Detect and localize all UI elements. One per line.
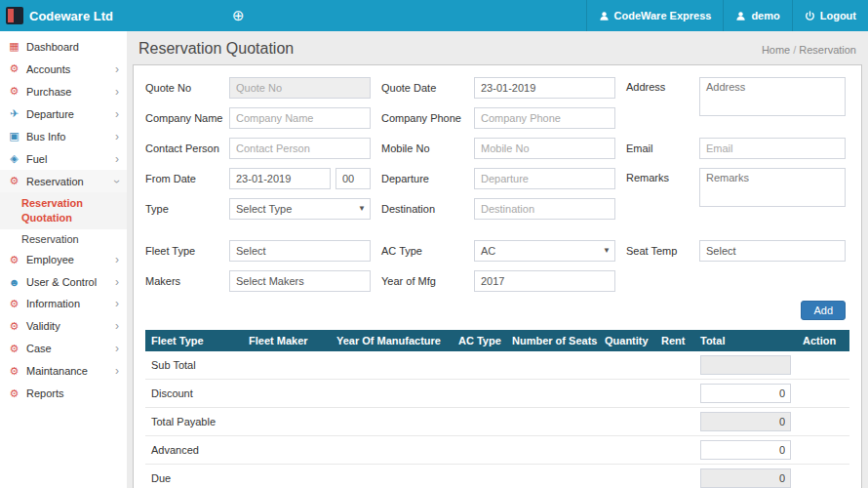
breadcrumb-separator: / (793, 44, 796, 56)
col-number-of-seats: Number of Seats (506, 330, 599, 351)
sidebar-item-employee[interactable]: ⚙ Employee › (0, 249, 127, 271)
ac-type-select[interactable]: AC ▼ (474, 240, 615, 262)
from-date-label: From Date (145, 173, 218, 184)
sub-total-label: Sub Total (145, 351, 694, 380)
nav-toggle-button[interactable]: ⊕ (220, 0, 256, 31)
year-of-mfg-label: Year of Mfg (381, 275, 463, 287)
col-quantity: Quantity (599, 330, 655, 351)
user-menu[interactable]: demo (723, 0, 791, 31)
sidebar-subitem-reservation-quotation[interactable]: Reservation Quotation (0, 192, 127, 229)
col-fleet-type: Fleet Type (145, 330, 243, 351)
table-row-sub-total: Sub Total (145, 351, 849, 380)
quote-no-label: Quote No (145, 82, 218, 94)
discount-input[interactable] (700, 384, 791, 403)
table-row-discount: Discount (145, 380, 849, 408)
col-total: Total (694, 330, 797, 351)
contact-person-input[interactable] (229, 138, 371, 159)
add-button[interactable]: Add (801, 301, 846, 320)
bus-icon: ▣ (8, 130, 20, 142)
chevron-right-icon: › (115, 64, 119, 74)
discount-label: Discount (145, 380, 694, 408)
user-icon (599, 11, 610, 21)
mobile-no-input[interactable] (474, 138, 615, 159)
address-textarea[interactable] (699, 77, 846, 116)
seat-temp-input[interactable] (699, 240, 846, 262)
year-of-mfg-input[interactable] (474, 270, 615, 292)
company-label: CodeWare Express (614, 10, 712, 21)
breadcrumb-home[interactable]: Home (762, 44, 790, 56)
sidebar-item-fuel[interactable]: ◈ Fuel › (0, 147, 127, 170)
gear-icon: ⚙ (8, 387, 20, 400)
departure-label: Departure (381, 173, 463, 184)
gear-icon: ⚙ (8, 365, 20, 378)
destination-input[interactable] (474, 198, 615, 220)
address-label: Address (626, 77, 689, 93)
brand[interactable]: Codeware Ltd (0, 0, 127, 31)
sidebar-item-case[interactable]: ⚙ Case › (0, 338, 127, 360)
sidebar-item-reservation[interactable]: ⚙ Reservation › (0, 170, 127, 192)
chevron-right-icon: › (115, 87, 119, 97)
circle-plus-icon: ⊕ (232, 7, 245, 24)
logout-label: Logout (820, 10, 856, 21)
departure-input[interactable] (474, 168, 615, 189)
sidebar-item-bus-info[interactable]: ▣ Bus Info › (0, 125, 127, 147)
company-menu[interactable]: CodeWare Express (586, 0, 724, 31)
gear-icon: ⚙ (8, 85, 20, 98)
makers-label: Makers (145, 275, 218, 287)
page-title: Reservation Quotation (138, 40, 294, 58)
chevron-right-icon: › (115, 321, 119, 331)
company-name-label: Company Name (145, 112, 218, 124)
sidebar-item-maintanance[interactable]: ⚙ Maintanance › (0, 360, 127, 383)
quote-no-input (229, 77, 371, 99)
sidebar-item-reports[interactable]: ⚙ Reports (0, 383, 127, 405)
chevron-right-icon: › (115, 109, 119, 119)
sidebar-item-dashboard[interactable]: ▦ Dashboard (0, 35, 127, 58)
sidebar-item-validity[interactable]: ⚙ Validity › (0, 315, 127, 338)
logout-button[interactable]: Logout (792, 0, 868, 31)
chevron-right-icon: › (115, 255, 119, 264)
col-rent: Rent (655, 330, 694, 351)
company-name-input[interactable] (229, 107, 371, 129)
caret-down-icon: ▼ (358, 199, 366, 219)
sidebar-item-purchase[interactable]: ⚙ Purchase › (0, 80, 127, 102)
due-input (700, 468, 791, 488)
chevron-right-icon: › (115, 277, 119, 287)
username-label: demo (751, 10, 779, 21)
quotation-form-panel: Quote No Quote Date Address Company Name… (133, 64, 862, 488)
table-row-advanced: Advanced (145, 436, 849, 465)
type-select[interactable]: Select Type ▼ (229, 198, 371, 220)
email-label: Email (626, 142, 689, 154)
fuel-icon: ◈ (8, 152, 20, 165)
sidebar-item-user-control[interactable]: ☻ User & Control › (0, 271, 127, 293)
quote-date-input[interactable] (474, 77, 615, 99)
type-label: Type (145, 203, 218, 215)
makers-input[interactable] (229, 270, 371, 292)
chevron-right-icon: › (115, 366, 119, 376)
from-hour-input[interactable] (335, 168, 371, 189)
sidebar-item-information[interactable]: ⚙ Information › (0, 293, 127, 315)
main-content: Reservation Quotation Home/Reservation Q… (127, 31, 868, 488)
fleet-type-input[interactable] (229, 240, 371, 262)
sub-total-input (700, 355, 791, 375)
total-payable-input (700, 412, 791, 431)
sidebar-item-departure[interactable]: ✈ Departure › (0, 102, 127, 125)
company-phone-label: Company Phone (381, 112, 463, 124)
from-date-input[interactable] (229, 168, 331, 189)
sidebar-subitem-reservation[interactable]: Reservation (0, 229, 127, 249)
sidebar: ▦ Dashboard ⚙ Accounts › ⚙ Purchase › ✈ … (0, 31, 127, 488)
email-input[interactable] (699, 138, 846, 159)
chevron-right-icon: › (115, 154, 119, 164)
table-row-total-payable: Total Payable (145, 408, 849, 436)
company-phone-input[interactable] (474, 107, 615, 129)
ac-type-label: AC Type (381, 245, 463, 257)
user-icon: ☻ (8, 276, 20, 288)
quote-table-header-row: Fleet Type Fleet Maker Year Of Manufactu… (145, 330, 849, 351)
breadcrumb: Home/Reservation (762, 44, 856, 56)
destination-label: Destination (381, 203, 463, 215)
remarks-textarea[interactable] (699, 168, 846, 207)
chevron-right-icon: › (115, 132, 119, 142)
dashboard-icon: ▦ (8, 40, 20, 53)
advanced-input[interactable] (700, 440, 791, 460)
brand-name: Codeware Ltd (29, 9, 113, 23)
sidebar-item-accounts[interactable]: ⚙ Accounts › (0, 58, 127, 80)
